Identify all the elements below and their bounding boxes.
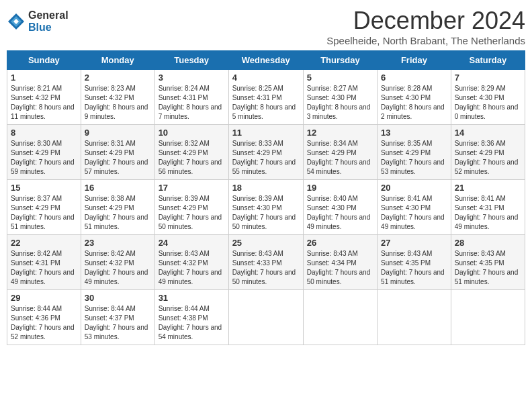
day-number: 11 — [232, 128, 300, 138]
day-cell: 23 Sunrise: 8:42 AMSunset: 4:32 PMDaylig… — [81, 235, 154, 290]
day-info: Sunrise: 8:43 AMSunset: 4:33 PMDaylight:… — [232, 250, 296, 285]
day-info: Sunrise: 8:34 AMSunset: 4:29 PMDaylight:… — [307, 140, 371, 175]
day-cell: 27 Sunrise: 8:43 AMSunset: 4:35 PMDaylig… — [378, 235, 451, 290]
day-number: 5 — [307, 73, 373, 83]
day-info: Sunrise: 8:36 AMSunset: 4:29 PMDaylight:… — [455, 140, 519, 175]
day-info: Sunrise: 8:41 AMSunset: 4:30 PMDaylight:… — [381, 195, 445, 230]
day-info: Sunrise: 8:44 AMSunset: 4:38 PMDaylight:… — [159, 305, 222, 340]
day-info: Sunrise: 8:42 AMSunset: 4:32 PMDaylight:… — [85, 250, 148, 285]
day-info: Sunrise: 8:23 AMSunset: 4:32 PMDaylight:… — [85, 85, 148, 120]
day-number: 3 — [159, 73, 225, 83]
day-number: 21 — [455, 183, 521, 193]
day-number: 27 — [381, 238, 447, 248]
day-info: Sunrise: 8:27 AMSunset: 4:30 PMDaylight:… — [307, 85, 371, 120]
calendar-table: SundayMondayTuesdayWednesdayThursdayFrid… — [7, 50, 525, 345]
title-section: December 2024 Speelheide, North Brabant,… — [326, 7, 525, 46]
day-number: 9 — [85, 128, 151, 138]
day-cell: 29 Sunrise: 8:44 AMSunset: 4:36 PMDaylig… — [7, 290, 81, 345]
logo-blue-text: Blue — [28, 21, 69, 34]
day-number: 2 — [85, 73, 151, 83]
day-number: 15 — [11, 183, 77, 193]
day-info: Sunrise: 8:39 AMSunset: 4:29 PMDaylight:… — [159, 195, 222, 230]
day-cell: 31 Sunrise: 8:44 AMSunset: 4:38 PMDaylig… — [154, 290, 228, 345]
logo-icon — [7, 12, 26, 31]
day-number: 30 — [85, 293, 151, 303]
day-cell — [378, 290, 451, 345]
day-info: Sunrise: 8:44 AMSunset: 4:36 PMDaylight:… — [11, 305, 75, 340]
day-cell: 6 Sunrise: 8:28 AMSunset: 4:30 PMDayligh… — [378, 70, 451, 125]
logo-general-text: General — [28, 9, 69, 21]
day-number: 22 — [11, 238, 77, 248]
day-cell: 13 Sunrise: 8:35 AMSunset: 4:29 PMDaylig… — [378, 125, 451, 180]
day-cell: 21 Sunrise: 8:41 AMSunset: 4:31 PMDaylig… — [451, 180, 525, 235]
day-cell: 15 Sunrise: 8:37 AMSunset: 4:29 PMDaylig… — [7, 180, 81, 235]
day-cell: 17 Sunrise: 8:39 AMSunset: 4:29 PMDaylig… — [154, 180, 228, 235]
day-cell: 18 Sunrise: 8:39 AMSunset: 4:30 PMDaylig… — [228, 180, 303, 235]
day-number: 6 — [381, 73, 447, 83]
day-cell: 19 Sunrise: 8:40 AMSunset: 4:30 PMDaylig… — [303, 180, 377, 235]
day-cell: 9 Sunrise: 8:31 AMSunset: 4:29 PMDayligh… — [81, 125, 154, 180]
day-cell — [303, 290, 377, 345]
day-number: 23 — [85, 238, 151, 248]
day-cell: 8 Sunrise: 8:30 AMSunset: 4:29 PMDayligh… — [7, 125, 81, 180]
day-info: Sunrise: 8:43 AMSunset: 4:34 PMDaylight:… — [307, 250, 371, 285]
weekday-header-monday: Monday — [81, 51, 154, 70]
day-info: Sunrise: 8:42 AMSunset: 4:31 PMDaylight:… — [11, 250, 75, 285]
day-info: Sunrise: 8:35 AMSunset: 4:29 PMDaylight:… — [381, 140, 445, 175]
day-cell: 3 Sunrise: 8:24 AMSunset: 4:31 PMDayligh… — [154, 70, 228, 125]
day-cell — [451, 290, 525, 345]
day-info: Sunrise: 8:21 AMSunset: 4:32 PMDaylight:… — [11, 85, 75, 120]
day-cell: 16 Sunrise: 8:38 AMSunset: 4:29 PMDaylig… — [81, 180, 154, 235]
day-info: Sunrise: 8:43 AMSunset: 4:32 PMDaylight:… — [159, 250, 222, 285]
header: General Blue December 2024 Speelheide, N… — [7, 7, 525, 46]
weekday-header-wednesday: Wednesday — [228, 51, 303, 70]
day-cell: 24 Sunrise: 8:43 AMSunset: 4:32 PMDaylig… — [154, 235, 228, 290]
day-info: Sunrise: 8:31 AMSunset: 4:29 PMDaylight:… — [85, 140, 148, 175]
day-info: Sunrise: 8:41 AMSunset: 4:31 PMDaylight:… — [455, 195, 519, 230]
day-number: 18 — [232, 183, 300, 193]
week-row-5: 29 Sunrise: 8:44 AMSunset: 4:36 PMDaylig… — [7, 290, 525, 345]
day-cell: 30 Sunrise: 8:44 AMSunset: 4:37 PMDaylig… — [81, 290, 154, 345]
day-cell: 14 Sunrise: 8:36 AMSunset: 4:29 PMDaylig… — [451, 125, 525, 180]
logo-text: General Blue — [28, 9, 69, 33]
day-cell: 11 Sunrise: 8:33 AMSunset: 4:29 PMDaylig… — [228, 125, 303, 180]
day-number: 26 — [307, 238, 373, 248]
day-number: 19 — [307, 183, 373, 193]
day-cell: 25 Sunrise: 8:43 AMSunset: 4:33 PMDaylig… — [228, 235, 303, 290]
day-cell: 1 Sunrise: 8:21 AMSunset: 4:32 PMDayligh… — [7, 70, 81, 125]
day-cell: 4 Sunrise: 8:25 AMSunset: 4:31 PMDayligh… — [228, 70, 303, 125]
day-number: 4 — [232, 73, 300, 83]
week-row-3: 15 Sunrise: 8:37 AMSunset: 4:29 PMDaylig… — [7, 180, 525, 235]
day-cell: 5 Sunrise: 8:27 AMSunset: 4:30 PMDayligh… — [303, 70, 377, 125]
day-info: Sunrise: 8:38 AMSunset: 4:29 PMDaylight:… — [85, 195, 148, 230]
logo: General Blue — [7, 9, 69, 33]
day-info: Sunrise: 8:39 AMSunset: 4:30 PMDaylight:… — [232, 195, 296, 230]
day-number: 16 — [85, 183, 151, 193]
day-number: 14 — [455, 128, 521, 138]
day-number: 20 — [381, 183, 447, 193]
day-info: Sunrise: 8:37 AMSunset: 4:29 PMDaylight:… — [11, 195, 75, 230]
day-number: 31 — [159, 293, 225, 303]
location-subtitle: Speelheide, North Brabant, The Netherlan… — [326, 35, 525, 46]
day-cell: 7 Sunrise: 8:29 AMSunset: 4:30 PMDayligh… — [451, 70, 525, 125]
weekday-header-sunday: Sunday — [7, 51, 81, 70]
day-info: Sunrise: 8:43 AMSunset: 4:35 PMDaylight:… — [455, 250, 519, 285]
day-number: 10 — [159, 128, 225, 138]
day-info: Sunrise: 8:32 AMSunset: 4:29 PMDaylight:… — [159, 140, 222, 175]
day-number: 17 — [159, 183, 225, 193]
day-cell: 28 Sunrise: 8:43 AMSunset: 4:35 PMDaylig… — [451, 235, 525, 290]
day-cell: 22 Sunrise: 8:42 AMSunset: 4:31 PMDaylig… — [7, 235, 81, 290]
day-info: Sunrise: 8:25 AMSunset: 4:31 PMDaylight:… — [232, 85, 296, 120]
day-info: Sunrise: 8:40 AMSunset: 4:30 PMDaylight:… — [307, 195, 371, 230]
day-cell: 12 Sunrise: 8:34 AMSunset: 4:29 PMDaylig… — [303, 125, 377, 180]
day-number: 29 — [11, 293, 77, 303]
day-info: Sunrise: 8:29 AMSunset: 4:30 PMDaylight:… — [455, 85, 519, 120]
day-info: Sunrise: 8:24 AMSunset: 4:31 PMDaylight:… — [159, 85, 222, 120]
week-row-1: 1 Sunrise: 8:21 AMSunset: 4:32 PMDayligh… — [7, 70, 525, 125]
weekday-header-saturday: Saturday — [451, 51, 525, 70]
month-title: December 2024 — [326, 7, 525, 35]
day-info: Sunrise: 8:28 AMSunset: 4:30 PMDaylight:… — [381, 85, 445, 120]
day-cell — [228, 290, 303, 345]
day-number: 28 — [455, 238, 521, 248]
day-info: Sunrise: 8:30 AMSunset: 4:29 PMDaylight:… — [11, 140, 75, 175]
